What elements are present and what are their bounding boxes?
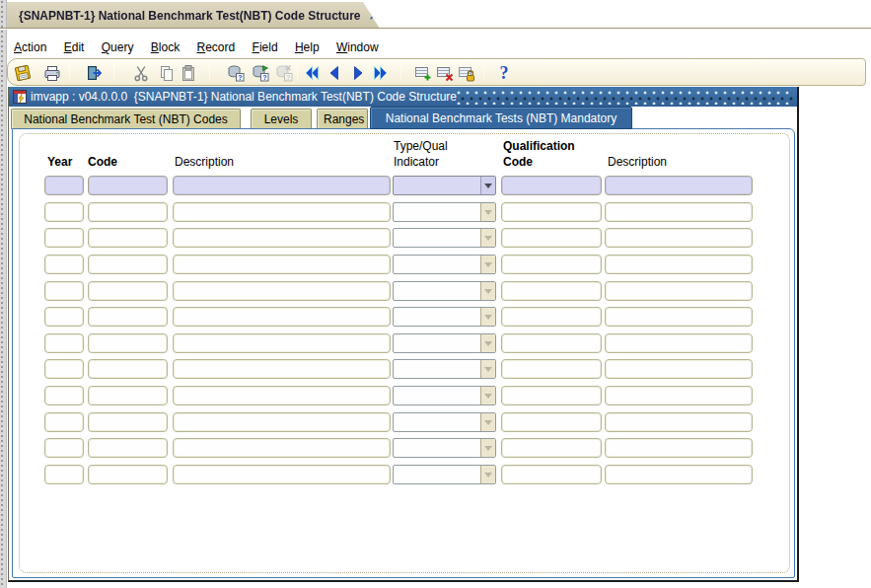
- menu-block[interactable]: Block: [151, 38, 180, 56]
- previous-record-button[interactable]: [324, 62, 345, 84]
- combo-dropdown-button[interactable]: [480, 387, 495, 404]
- qualification-code-field[interactable]: [501, 386, 602, 405]
- code-field[interactable]: [88, 465, 168, 484]
- qualification-code-field[interactable]: [501, 359, 602, 379]
- code-field[interactable]: [88, 202, 168, 222]
- type-qual-indicator-select[interactable]: [393, 176, 496, 195]
- description-field[interactable]: [173, 202, 391, 222]
- type-qual-indicator-select[interactable]: [393, 281, 496, 301]
- combo-dropdown-button[interactable]: [480, 177, 495, 194]
- description-field[interactable]: [173, 176, 391, 195]
- lock-record-button[interactable]: [456, 62, 477, 84]
- combo-dropdown-button[interactable]: [480, 229, 495, 247]
- qualification-description-field[interactable]: [605, 307, 753, 327]
- year-field[interactable]: [44, 412, 84, 432]
- type-qual-indicator-select[interactable]: [393, 412, 496, 432]
- description-field[interactable]: [173, 359, 391, 379]
- cancel-query-button[interactable]: ?: [273, 62, 295, 84]
- year-field[interactable]: [44, 255, 84, 274]
- description-field[interactable]: [173, 228, 391, 248]
- code-field[interactable]: [88, 386, 168, 405]
- qualification-code-field[interactable]: [501, 438, 602, 458]
- qualification-description-field[interactable]: [605, 438, 753, 458]
- enter-query-button[interactable]: ?: [225, 62, 247, 84]
- code-field[interactable]: [88, 412, 168, 432]
- type-qual-indicator-select[interactable]: [393, 438, 496, 458]
- qualification-description-field[interactable]: [605, 333, 753, 353]
- combo-dropdown-button[interactable]: [480, 308, 495, 326]
- description-field[interactable]: [173, 412, 391, 432]
- type-qual-indicator-select[interactable]: [393, 202, 496, 222]
- menu-action[interactable]: Action: [14, 38, 46, 56]
- close-icon[interactable]: ×: [370, 9, 378, 23]
- description-field[interactable]: [173, 255, 391, 274]
- year-field[interactable]: [44, 465, 84, 484]
- code-field[interactable]: [88, 333, 168, 353]
- year-field[interactable]: [44, 228, 84, 248]
- description-field[interactable]: [173, 438, 391, 458]
- menu-record[interactable]: Record: [197, 38, 236, 56]
- qualification-description-field[interactable]: [605, 255, 753, 274]
- combo-dropdown-button[interactable]: [480, 282, 495, 300]
- year-field[interactable]: [44, 438, 84, 458]
- combo-dropdown-button[interactable]: [480, 439, 495, 457]
- year-field[interactable]: [44, 386, 84, 405]
- next-record-button[interactable]: [347, 62, 369, 84]
- qualification-description-field[interactable]: [605, 202, 753, 222]
- qualification-code-field[interactable]: [501, 202, 602, 222]
- tab-levels[interactable]: Levels: [251, 109, 312, 129]
- description-field[interactable]: [173, 281, 391, 301]
- print-button[interactable]: [41, 62, 63, 84]
- combo-dropdown-button[interactable]: [480, 413, 495, 431]
- type-qual-indicator-select[interactable]: [393, 386, 496, 405]
- exit-button[interactable]: [84, 62, 106, 84]
- code-field[interactable]: [88, 228, 168, 248]
- description-field[interactable]: [173, 307, 391, 327]
- qualification-code-field[interactable]: [501, 176, 602, 195]
- qualification-description-field[interactable]: [605, 228, 753, 248]
- cut-button[interactable]: [130, 62, 152, 84]
- paste-button[interactable]: [178, 62, 199, 84]
- tab-nbt-codes[interactable]: National Benchmark Test (NBT) Codes: [11, 109, 241, 129]
- browser-tab[interactable]: {SNAPNBT-1} National Benchmark Test(NBT)…: [7, 2, 380, 29]
- qualification-description-field[interactable]: [605, 386, 753, 405]
- save-button[interactable]: [12, 62, 34, 84]
- year-field[interactable]: [44, 307, 84, 327]
- menu-field[interactable]: Field: [253, 38, 278, 56]
- menu-window[interactable]: Window: [336, 38, 379, 56]
- combo-dropdown-button[interactable]: [480, 203, 495, 221]
- year-field[interactable]: [44, 176, 84, 195]
- qualification-description-field[interactable]: [605, 359, 753, 379]
- qualification-code-field[interactable]: [501, 412, 602, 432]
- qualification-code-field[interactable]: [501, 333, 602, 353]
- qualification-description-field[interactable]: [605, 412, 753, 432]
- qualification-description-field[interactable]: [605, 281, 753, 301]
- year-field[interactable]: [44, 202, 84, 222]
- tab-ranges[interactable]: Ranges: [317, 109, 368, 129]
- qualification-code-field[interactable]: [501, 307, 602, 327]
- code-field[interactable]: [88, 359, 168, 379]
- qualification-code-field[interactable]: [501, 281, 602, 301]
- qualification-code-field[interactable]: [501, 465, 602, 484]
- type-qual-indicator-select[interactable]: [393, 359, 496, 379]
- qualification-code-field[interactable]: [501, 228, 602, 248]
- menu-help[interactable]: Help: [295, 38, 320, 56]
- type-qual-indicator-select[interactable]: [393, 228, 496, 248]
- qualification-description-field[interactable]: [605, 176, 753, 195]
- remove-record-button[interactable]: [434, 62, 456, 84]
- qualification-description-field[interactable]: [605, 465, 753, 484]
- insert-record-button[interactable]: [412, 62, 434, 84]
- code-field[interactable]: [88, 281, 168, 301]
- code-field[interactable]: [88, 307, 168, 327]
- year-field[interactable]: [44, 359, 84, 379]
- code-field[interactable]: [88, 176, 168, 195]
- last-record-button[interactable]: [370, 62, 392, 84]
- code-field[interactable]: [88, 438, 168, 458]
- code-field[interactable]: [88, 255, 168, 274]
- combo-dropdown-button[interactable]: [480, 360, 495, 378]
- year-field[interactable]: [44, 281, 84, 301]
- type-qual-indicator-select[interactable]: [393, 307, 496, 327]
- combo-dropdown-button[interactable]: [480, 334, 495, 352]
- combo-dropdown-button[interactable]: [480, 466, 495, 483]
- menu-edit[interactable]: Edit: [64, 38, 85, 56]
